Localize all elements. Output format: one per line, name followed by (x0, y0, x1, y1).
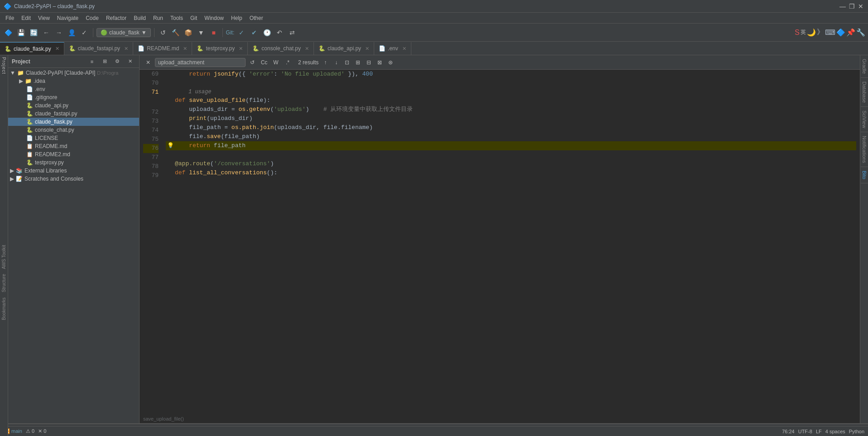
maximize-button[interactable]: ❐ (848, 3, 855, 10)
menu-build[interactable]: Build (130, 14, 149, 22)
toolbar-sync-btn[interactable]: 🔄 (28, 27, 39, 38)
tree-console-chat[interactable]: 🐍 console_chat.py (8, 126, 139, 134)
status-lang[interactable]: Python (849, 429, 864, 434)
status-indent[interactable]: 4 spaces (825, 429, 845, 434)
search-filter-btn[interactable]: ⊛ (386, 57, 395, 67)
code-container[interactable]: 69 70 71 72 73 74 75 76 77 78 79 return … (140, 70, 860, 414)
tab-close-6[interactable]: ✕ (402, 46, 406, 52)
menu-navigate[interactable]: Navigate (53, 14, 82, 22)
right-tab-bito[interactable]: Bito (861, 167, 868, 183)
toolbar-refresh-btn[interactable]: ↺ (158, 27, 169, 38)
toolbar-git-green-check[interactable]: ✔ (249, 27, 260, 38)
status-encoding[interactable]: UTF-8 (798, 429, 812, 434)
project-close-btn[interactable]: ✕ (125, 56, 135, 67)
menu-refactor[interactable]: Refactor (102, 14, 130, 22)
tree-readme[interactable]: 📋 README.md (8, 142, 139, 150)
close-button[interactable]: ✕ (857, 3, 864, 10)
right-tab-gradle[interactable]: Gradle (861, 55, 868, 78)
right-tab-database[interactable]: Database (861, 78, 868, 107)
bookmarks-label[interactable]: Bookmarks (0, 296, 7, 322)
search-input[interactable] (155, 58, 246, 67)
search-in-editor-btn[interactable]: ⊡ (342, 57, 352, 67)
toolbar-git-undo[interactable]: ↶ (274, 27, 285, 38)
menu-tools[interactable]: Tools (167, 14, 187, 22)
tree-readme2[interactable]: 📋 README2.md (8, 150, 139, 158)
toolbar-icon-btn[interactable]: 🔷 (3, 27, 14, 38)
tab-claude-api[interactable]: 🐍 claude_api.py ✕ (314, 42, 374, 55)
toolbar-dropdown-btn[interactable]: ▼ (196, 27, 207, 38)
toolbar-check-btn[interactable]: ✓ (79, 27, 90, 38)
tab-close-3[interactable]: ✕ (239, 46, 243, 52)
tab-claude-flask[interactable]: 🐍 claude_flask.py ✕ (0, 42, 64, 55)
tree-gitignore[interactable]: 📄 .gitignore (8, 93, 139, 101)
toolbar-back-btn[interactable]: ← (41, 27, 52, 38)
search-prev-btn[interactable]: ↑ (320, 57, 330, 67)
search-indent-btn[interactable]: ⊟ (364, 57, 374, 67)
menu-file[interactable]: File (2, 14, 18, 22)
search-next-btn[interactable]: ↓ (331, 57, 341, 67)
toolbar-git-clock[interactable]: 🕐 (261, 27, 272, 38)
tree-env[interactable]: 📄 .env (8, 85, 139, 93)
tab-close-2[interactable]: ✕ (183, 46, 187, 52)
search-regex-btn[interactable]: .* (283, 57, 293, 67)
toolbar-git-check[interactable]: ✓ (236, 27, 247, 38)
sougou-wrench-icon[interactable]: 🔧 (856, 28, 865, 37)
menu-window[interactable]: Window (201, 14, 227, 22)
structure-label[interactable]: Structure (0, 272, 7, 294)
menu-run[interactable]: Run (149, 14, 167, 22)
menu-view[interactable]: View (34, 14, 53, 22)
project-dropdown[interactable]: 🟢 claude_flask ▼ (96, 28, 151, 37)
tree-scratches[interactable]: ▶ 📝 Scratches and Consoles (8, 175, 139, 183)
menu-edit[interactable]: Edit (18, 14, 34, 22)
menu-code[interactable]: Code (82, 14, 102, 22)
tab-claude-fastapi[interactable]: 🐍 claude_fastapi.py ✕ (64, 42, 133, 55)
right-tab-notifications[interactable]: Notifications (861, 132, 868, 167)
toolbar-deploy-btn[interactable]: 📦 (183, 27, 194, 38)
minimize-button[interactable]: — (839, 3, 846, 10)
tree-claude-api[interactable]: 🐍 claude_api.py (8, 101, 139, 110)
toolbar-stop-btn[interactable]: ■ (208, 27, 219, 38)
project-sort-btn[interactable]: ≡ (87, 56, 97, 67)
menu-help[interactable]: Help (227, 14, 246, 22)
sougou-icon3[interactable]: 》 (817, 28, 824, 37)
sougou-kbd-icon[interactable]: ⌨ (825, 28, 835, 37)
menu-git[interactable]: Git (187, 14, 201, 22)
bulb-icon[interactable]: 💡 (167, 141, 174, 150)
sougou-moon-icon[interactable]: 🌙 (807, 28, 816, 37)
tab-testproxy[interactable]: 🐍 testproxy.py ✕ (192, 42, 248, 55)
search-expand-btn[interactable]: ⊞ (353, 57, 363, 67)
tab-readme[interactable]: 📄 README.md ✕ (133, 42, 192, 55)
sougou-en-icon[interactable]: 英 (800, 29, 806, 36)
toolbar-translate-btn[interactable]: ⇄ (287, 27, 298, 38)
tab-close-4[interactable]: ✕ (305, 46, 309, 52)
search-word-btn[interactable]: W (271, 57, 281, 67)
tab-env[interactable]: 📄 .env ✕ (374, 42, 411, 55)
status-line-ending[interactable]: LF (816, 429, 822, 434)
tree-external-libs[interactable]: ▶ 📚 External Libraries (8, 167, 139, 175)
search-close-btn[interactable]: ✕ (143, 57, 153, 67)
search-refresh-btn[interactable]: ↺ (247, 57, 257, 67)
project-expand-btn[interactable]: ⊞ (99, 56, 110, 67)
code-content[interactable]: return jsonify({ 'error': 'No file uploa… (162, 70, 860, 414)
search-more-btn[interactable]: ⊠ (375, 57, 385, 67)
tree-root[interactable]: ▼ 📁 Claude2-PyAPI [Claude-API] D:\Progra (8, 69, 139, 77)
tree-idea[interactable]: ▶ 📁 .idea (8, 77, 139, 85)
toolbar-user-btn[interactable]: 👤 (66, 27, 77, 38)
tab-close-0[interactable]: ✕ (55, 46, 59, 52)
menu-other[interactable]: Other (246, 14, 267, 22)
aws-toolkit-label[interactable]: AWS Toolkit (0, 243, 7, 271)
tree-claude-flask[interactable]: 🐍 claude_flask.py (8, 118, 139, 126)
tree-claude-fastapi[interactable]: 🐍 claude_fastapi.py (8, 110, 139, 118)
right-tab-sciview[interactable]: SciView (861, 107, 868, 132)
toolbar-save-btn[interactable]: 💾 (15, 27, 26, 38)
tree-testproxy[interactable]: 🐍 testproxy.py (8, 158, 139, 167)
sougou-s-icon[interactable]: S (795, 29, 800, 37)
sougou-pin-icon[interactable]: 📌 (846, 28, 855, 37)
tab-close-5[interactable]: ✕ (365, 46, 369, 52)
tree-license[interactable]: 📄 LICENSE (8, 134, 139, 142)
tab-close-1[interactable]: ✕ (124, 46, 128, 52)
sougou-icon5[interactable]: 🔷 (836, 28, 845, 37)
project-settings-btn[interactable]: ⚙ (112, 56, 123, 67)
toolbar-forward-btn[interactable]: → (53, 27, 64, 38)
tab-console-chat[interactable]: 🐍 console_chat.py ✕ (248, 42, 314, 55)
